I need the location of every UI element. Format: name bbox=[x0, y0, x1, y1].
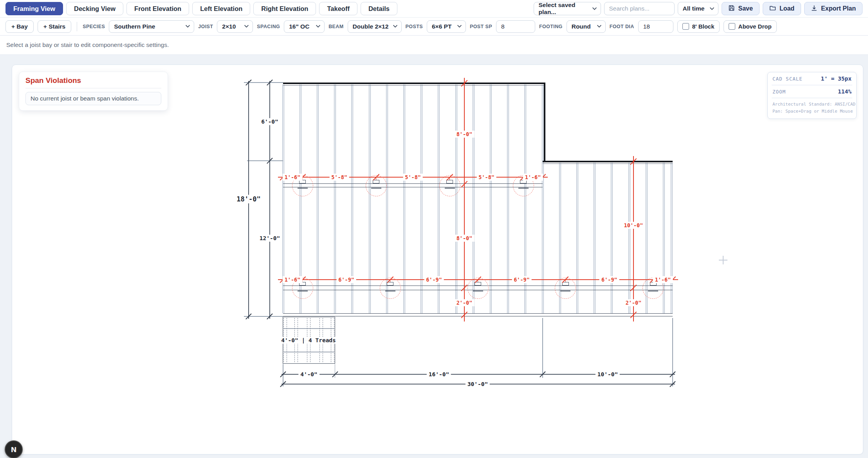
footing-select-value: Round bbox=[572, 23, 591, 30]
export-plan-button[interactable]: Export Plan bbox=[804, 2, 863, 15]
beam-label: BEAM bbox=[328, 24, 343, 29]
depth-dimension-line bbox=[464, 78, 465, 321]
foot-dia-label: FOOT DIA bbox=[610, 24, 634, 29]
cad-note-standard: Architectural Standard: ANSI/CAD bbox=[772, 101, 852, 108]
cad-note-pan: Pan: Space+Drag or Middle Mouse bbox=[772, 108, 852, 115]
checkbox-icon bbox=[729, 23, 735, 30]
stair-tread-line bbox=[283, 328, 334, 329]
dimension-label: 10'-0" bbox=[596, 371, 620, 378]
posts-select[interactable]: 6×6 PT bbox=[427, 20, 466, 33]
dimension-label: 5'-8" bbox=[476, 174, 496, 181]
extension-line bbox=[244, 316, 283, 316]
toolbar-divider bbox=[77, 22, 77, 31]
checkbox-icon bbox=[682, 23, 689, 30]
footing-circle bbox=[439, 175, 460, 196]
save-button[interactable]: Save bbox=[722, 2, 760, 15]
dimension-label: 4'-0" bbox=[298, 371, 319, 378]
dimension-label: 5'-8" bbox=[403, 174, 423, 181]
chevron-down-icon bbox=[244, 25, 249, 28]
post bbox=[446, 180, 453, 183]
species-select-value: Southern Pine bbox=[114, 23, 155, 30]
tab-details[interactable]: Details bbox=[361, 2, 397, 15]
chevron-down-icon bbox=[710, 7, 714, 10]
post-hanger-mark bbox=[371, 188, 381, 189]
cad-scale-row: CAD SCALE 1' = 35px bbox=[772, 72, 852, 85]
posts-label: POSTS bbox=[406, 24, 423, 29]
top-tab-bar: Framing View Decking View Front Elevatio… bbox=[0, 0, 868, 18]
chevron-down-icon bbox=[186, 25, 190, 28]
spacing-label: SPACING bbox=[257, 24, 280, 29]
above-drop-label: Above Drop bbox=[738, 23, 772, 30]
save-button-label: Save bbox=[738, 5, 753, 12]
joist bbox=[611, 163, 613, 313]
tab-takeoff[interactable]: Takeoff bbox=[319, 2, 357, 15]
add-stairs-button[interactable]: + Stairs bbox=[38, 20, 71, 33]
load-button[interactable]: Load bbox=[763, 2, 801, 15]
post-hanger-mark bbox=[385, 291, 395, 291]
chevron-down-icon bbox=[393, 25, 397, 28]
selection-hint-text: Select a joist bay or stair to edit comp… bbox=[6, 41, 169, 48]
cad-scale-label: CAD SCALE bbox=[772, 76, 803, 82]
chevron-down-icon bbox=[457, 25, 462, 28]
time-filter-select[interactable]: All time bbox=[678, 2, 718, 15]
dimension-label: 2'-0" bbox=[455, 299, 475, 306]
ledger-inner-line bbox=[283, 85, 545, 86]
joist-bay-left[interactable] bbox=[283, 83, 543, 316]
dimension-label: 6'-9" bbox=[336, 276, 356, 283]
framing-toolbar: + Bay + Stairs SPECIES Southern Pine JOI… bbox=[0, 18, 868, 36]
rim-joist bbox=[283, 313, 673, 316]
canvas-card[interactable]: Span Violations No current joist or beam… bbox=[12, 65, 863, 454]
posts-select-value: 6×6 PT bbox=[432, 23, 451, 30]
time-filter-value: All time bbox=[683, 5, 705, 12]
dimension-label: 1'-6" bbox=[283, 174, 303, 181]
span-violations-panel: Span Violations No current joist or beam… bbox=[19, 72, 168, 111]
footing-circle bbox=[366, 175, 387, 196]
tab-decking-view[interactable]: Decking View bbox=[66, 2, 123, 15]
post-hanger-mark bbox=[560, 291, 570, 291]
extension-line bbox=[542, 318, 543, 378]
block-8ft-checkbox[interactable]: 8' Block bbox=[677, 20, 720, 33]
joist bbox=[576, 163, 578, 313]
dimension-label: 18'-0" bbox=[235, 195, 262, 203]
beam-select[interactable]: Double 2×12 bbox=[348, 20, 402, 33]
framing-plan[interactable]: 18'-0"6'-0"12'-0"4'-0"16'-0"10'-0"30'-0"… bbox=[12, 65, 863, 454]
dimension-label: 12'-0" bbox=[258, 235, 282, 242]
beam bbox=[283, 183, 543, 187]
above-drop-checkbox[interactable]: Above Drop bbox=[724, 20, 777, 33]
zoom-label: ZOOM bbox=[772, 89, 786, 95]
foot-dia-input[interactable] bbox=[638, 20, 673, 33]
tab-framing-view[interactable]: Framing View bbox=[5, 2, 63, 15]
dimension-label: 1'-6" bbox=[653, 276, 673, 283]
load-button-label: Load bbox=[780, 5, 794, 12]
dimension-label: 16'-0" bbox=[427, 371, 451, 378]
post-hanger-mark bbox=[298, 291, 308, 291]
tab-front-elevation[interactable]: Front Elevation bbox=[126, 2, 189, 15]
cad-info-panel: CAD SCALE 1' = 35px ZOOM 114% Architectu… bbox=[767, 72, 857, 119]
span-violations-message: No current joist or beam span violations… bbox=[25, 92, 161, 105]
saved-plan-select[interactable]: Select saved plan... bbox=[534, 2, 601, 15]
footing-circle bbox=[555, 278, 576, 299]
cursor-crosshair bbox=[723, 256, 724, 264]
joist-select[interactable]: 2×10 bbox=[217, 20, 253, 33]
ledger bbox=[283, 83, 545, 84]
add-bay-button[interactable]: + Bay bbox=[5, 20, 34, 33]
tab-left-elevation[interactable]: Left Elevation bbox=[192, 2, 250, 15]
footing-select[interactable]: Round bbox=[567, 20, 606, 33]
post-spacing-input[interactable] bbox=[496, 20, 535, 33]
species-select[interactable]: Southern Pine bbox=[109, 20, 194, 33]
n-logo-button[interactable]: N bbox=[5, 440, 23, 458]
spacing-select[interactable]: 16" OC bbox=[284, 20, 325, 33]
post-hanger-mark bbox=[518, 188, 529, 189]
search-plans-input[interactable] bbox=[604, 2, 675, 15]
dimension-label: 5'-8" bbox=[329, 174, 349, 181]
dimension-label: 1'-6" bbox=[523, 174, 543, 181]
dimension-label: 1'-6" bbox=[283, 276, 303, 283]
block-8ft-label: 8' Block bbox=[692, 23, 715, 30]
tab-right-elevation[interactable]: Right Elevation bbox=[253, 2, 316, 15]
download-icon bbox=[811, 5, 817, 13]
footing-label: FOOTING bbox=[539, 24, 563, 29]
dimension-label: 6'-9" bbox=[512, 276, 532, 283]
extension-line bbox=[672, 318, 673, 386]
cad-scale-value: 1' = 35px bbox=[821, 75, 852, 82]
zoom-value: 114% bbox=[838, 88, 852, 95]
